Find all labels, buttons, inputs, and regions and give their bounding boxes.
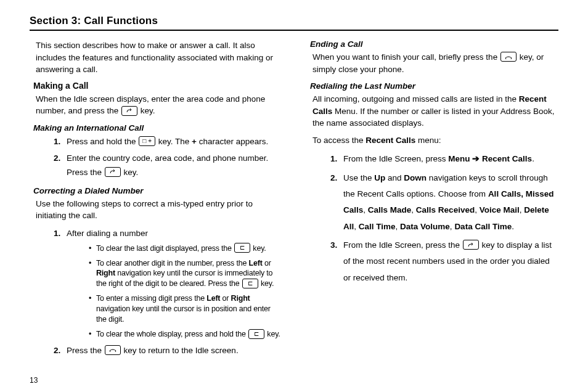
recent-calls-label: Recent Calls (482, 154, 532, 163)
text: , (363, 205, 368, 214)
redial-p2: To access the Recent Calls menu: (306, 134, 558, 147)
text: key. (138, 106, 155, 115)
send-key-icon (121, 106, 137, 116)
text: key. (251, 244, 266, 253)
opt: Calls Made (368, 205, 412, 214)
down-label: Down (404, 173, 427, 182)
section-title: Section 3: Call Functions (30, 15, 558, 31)
list-item: To enter a missing digit press the Left … (89, 293, 282, 325)
end-key-icon (105, 345, 121, 355)
right-label: Right (231, 294, 250, 303)
making-a-call-text: When the Idle screen displays, enter the… (30, 93, 282, 117)
opt: Calls Received (416, 205, 475, 214)
opt: Data Volume (400, 222, 450, 231)
body-columns: This section describes how to make or an… (30, 39, 558, 366)
text: . (532, 154, 534, 163)
redial-steps: From the Idle Screen, press Menu ➔ Recen… (306, 151, 558, 286)
text: . (512, 222, 514, 231)
recent-calls-label: Recent Calls (365, 136, 415, 145)
send-key-icon (105, 167, 121, 177)
heading-ending: Ending a Call (306, 39, 558, 49)
list-item: From the Idle Screen, press the key to d… (340, 237, 558, 286)
list-item: Press the key to return to the Idle scre… (63, 344, 282, 358)
text: , (411, 205, 416, 214)
text: From the Idle Screen, press (343, 154, 448, 163)
text: , (475, 205, 480, 214)
text: Press the (67, 346, 104, 355)
text: or (263, 259, 271, 267)
intro-paragraph: This section describes how to make or an… (30, 39, 282, 76)
opt: Data Call Time (454, 222, 512, 231)
opt: Call Time (359, 222, 396, 231)
list-item: To clear another digit in the number, pr… (89, 258, 282, 290)
text: To access the (312, 136, 365, 145)
text: To enter a missing digit press the (96, 294, 206, 303)
text: character appears. (197, 137, 268, 146)
text: or (220, 294, 231, 303)
heading-making-a-call: Making a Call (30, 81, 282, 91)
opt: Voice Mail (480, 205, 520, 214)
arrow-icon: ➔ (470, 154, 483, 163)
text: key. The (156, 137, 192, 146)
text: Press and hold the (67, 137, 138, 146)
text: navigation key until the cursor is in po… (96, 304, 271, 324)
text: key. (121, 168, 139, 177)
plus-char: + (192, 137, 197, 146)
text: menu: (415, 136, 441, 145)
up-label: Up (374, 173, 385, 182)
text: key. (259, 279, 274, 288)
page-number: 13 (30, 376, 38, 385)
text: Menu. If the number or caller is listed … (312, 107, 554, 128)
heading-intl: Making an International Call (30, 123, 282, 133)
list-item: Press and hold the □ + key. The + charac… (63, 135, 282, 149)
heading-correcting: Correcting a Dialed Number (30, 186, 282, 195)
send-key-icon (463, 240, 479, 250)
zero-plus-key-icon: □ + (139, 136, 155, 146)
text: and (385, 173, 404, 182)
text: When you want to finish your call, brief… (312, 52, 500, 62)
text: key to return to the Idle screen. (121, 346, 239, 355)
list-item: To clear the last digit displayed, press… (89, 243, 282, 254)
clear-key-icon: ⊏ (234, 243, 250, 253)
list-item: From the Idle Screen, press Menu ➔ Recen… (340, 151, 558, 167)
correcting-steps: After dialing a number To clear the last… (30, 227, 282, 358)
list-item: To clear the whole display, press and ho… (89, 329, 282, 340)
text: To clear another digit in the number, pr… (96, 259, 249, 267)
ending-text: When you want to finish your call, brief… (306, 51, 558, 75)
left-label: Left (206, 294, 220, 303)
intl-steps: Press and hold the □ + key. The + charac… (30, 135, 282, 180)
redial-p1: All incoming, outgoing and missed calls … (306, 93, 558, 129)
text: After dialing a number (67, 229, 148, 238)
list-item: After dialing a number To clear the last… (63, 227, 282, 340)
text: , (354, 222, 359, 231)
text: From the Idle Screen, press the (343, 240, 462, 250)
text: , (396, 222, 401, 231)
text: To clear the last digit displayed, press… (96, 244, 234, 253)
heading-redial: Redialing the Last Number (306, 81, 558, 91)
clear-key-icon: ⊏ (242, 279, 258, 288)
list-item: Use the Up and Down navigation keys to s… (340, 170, 558, 235)
list-item: Enter the country code, area code, and p… (63, 152, 282, 180)
text: Enter the country code, area code, and p… (67, 153, 268, 177)
text: key. (265, 330, 280, 338)
text: To clear the whole display, press and ho… (96, 330, 248, 338)
end-key-icon (500, 52, 517, 62)
text: Use the (343, 173, 374, 182)
right-label: Right (96, 269, 115, 277)
clear-key-icon: ⊏ (248, 329, 264, 339)
text: All incoming, outgoing and missed calls … (312, 94, 519, 104)
menu-label: Menu (448, 154, 470, 163)
left-label: Left (249, 259, 263, 267)
correcting-intro: Use the following steps to correct a mis… (30, 198, 282, 222)
correcting-bullets: To clear the last digit displayed, press… (67, 243, 282, 340)
